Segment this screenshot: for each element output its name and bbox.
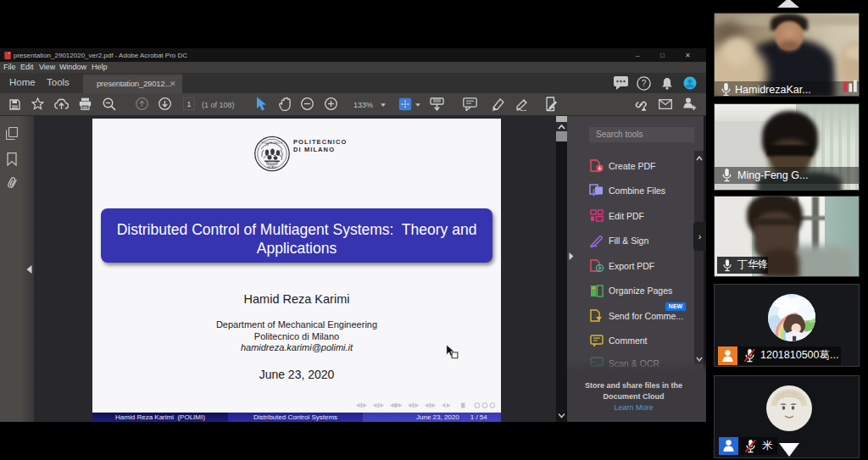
svg-text:?: ? [642, 79, 647, 88]
svg-text:POLITECNICO: POLITECNICO [262, 141, 283, 145]
svg-text:MILANO: MILANO [267, 166, 277, 169]
